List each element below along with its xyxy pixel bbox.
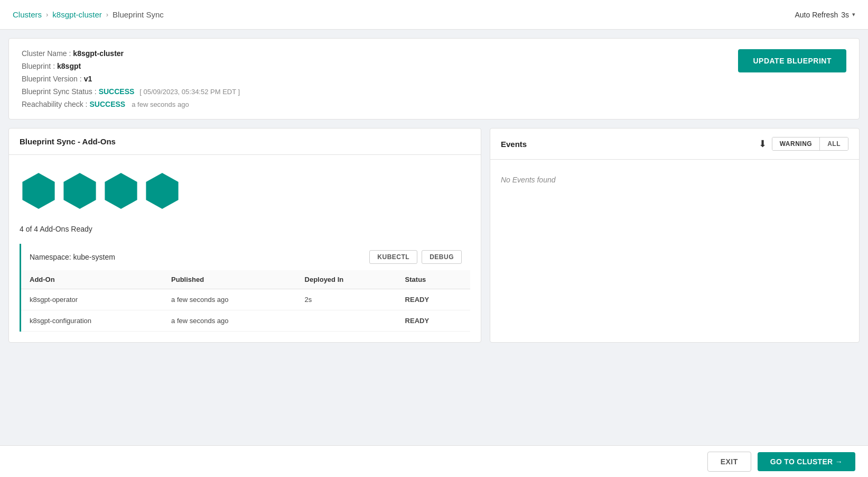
events-header: Events ⬇ WARNING ALL <box>490 129 859 160</box>
col-addon: Add-On <box>21 270 163 289</box>
addon-deployed-in <box>296 310 397 332</box>
blueprint-version-value: v1 <box>84 75 92 83</box>
update-blueprint-button[interactable]: UPDATE BLUEPRINT <box>738 49 846 72</box>
namespace-header: Namespace: kube-system KUBECTL DEBUG <box>21 244 470 270</box>
hex-3 <box>102 172 140 210</box>
cluster-name-value: k8sgpt-cluster <box>73 49 124 58</box>
info-fields: Cluster Name : k8sgpt-cluster Blueprint … <box>22 49 240 108</box>
top-bar: Clusters › k8sgpt-cluster › Blueprint Sy… <box>0 0 868 30</box>
namespace-title: Namespace: kube-system <box>30 253 115 261</box>
sync-panel-body: 4 of 4 Add-Ons Ready Namespace: kube-sys… <box>9 155 481 342</box>
blueprint-version-row: Blueprint Version : v1 <box>22 75 240 83</box>
filter-all-button[interactable]: ALL <box>820 137 848 150</box>
sync-status-value: SUCCESS <box>99 87 135 96</box>
auto-refresh-value: 3s <box>841 11 849 19</box>
auto-refresh-label: Auto Refresh <box>795 11 838 19</box>
cluster-name-label: Cluster Name : <box>22 49 71 58</box>
cluster-name-row: Cluster Name : k8sgpt-cluster <box>22 49 240 58</box>
table-row: k8sgpt-operator a few seconds ago 2s REA… <box>21 289 470 310</box>
hex-1 <box>20 172 58 210</box>
blueprint-label: Blueprint : <box>22 62 55 70</box>
info-card: Cluster Name : k8sgpt-cluster Blueprint … <box>8 38 860 120</box>
hex-shape-2 <box>62 173 98 209</box>
addon-deployed-in: 2s <box>296 289 397 310</box>
col-published: Published <box>163 270 296 289</box>
breadcrumb-page: Blueprint Sync <box>113 10 164 19</box>
addons-table: Add-On Published Deployed In Status k8sg… <box>21 270 470 332</box>
addon-status: READY <box>397 289 470 310</box>
sync-status-row: Blueprint Sync Status : SUCCESS [ 05/09/… <box>22 87 240 96</box>
hex-shape-4 <box>144 173 180 209</box>
addon-name: k8sgpt-operator <box>21 289 163 310</box>
download-icon[interactable]: ⬇ <box>759 138 767 150</box>
blueprint-value: k8sgpt <box>57 62 81 70</box>
filter-warning-button[interactable]: WARNING <box>772 137 820 150</box>
events-controls: ⬇ WARNING ALL <box>759 137 848 151</box>
hex-4 <box>143 172 181 210</box>
hex-2 <box>61 172 99 210</box>
blueprint-row: Blueprint : k8sgpt <box>22 62 240 70</box>
addon-published: a few seconds ago <box>163 289 296 310</box>
table-row: k8sgpt-configuration a few seconds ago R… <box>21 310 470 332</box>
breadcrumb-sep-1: › <box>46 11 48 19</box>
kubectl-button[interactable]: KUBECTL <box>369 250 417 264</box>
filter-buttons: WARNING ALL <box>772 137 848 151</box>
reachability-row: Reachability check : SUCCESS a few secon… <box>22 100 240 108</box>
addons-ready-text: 4 of 4 Add-Ons Ready <box>20 225 470 233</box>
addon-status: READY <box>397 310 470 332</box>
auto-refresh[interactable]: Auto Refresh 3s ▾ <box>795 11 855 19</box>
sync-status-label: Blueprint Sync Status : <box>22 87 97 96</box>
hex-shape-3 <box>103 173 139 209</box>
breadcrumb: Clusters › k8sgpt-cluster › Blueprint Sy… <box>13 10 164 19</box>
reachability-value: SUCCESS <box>90 100 126 108</box>
blueprint-version-label: Blueprint Version : <box>22 75 82 83</box>
sync-panel-title: Blueprint Sync - Add-Ons <box>9 129 481 155</box>
events-body: No Events found <box>490 160 859 318</box>
breadcrumb-cluster-name[interactable]: k8sgpt-cluster <box>52 10 101 19</box>
sync-timestamp: [ 05/09/2023, 05:34:52 PM EDT ] <box>139 88 240 96</box>
reachability-label: Reachability check : <box>22 100 88 108</box>
events-panel: Events ⬇ WARNING ALL No Events found <box>490 128 860 343</box>
no-events-text: No Events found <box>501 170 848 189</box>
breadcrumb-clusters[interactable]: Clusters <box>13 10 42 19</box>
events-title: Events <box>501 140 527 149</box>
addon-published: a few seconds ago <box>163 310 296 332</box>
debug-button[interactable]: DEBUG <box>422 250 462 264</box>
namespace-actions: KUBECTL DEBUG <box>369 250 462 264</box>
table-header-row: Add-On Published Deployed In Status <box>21 270 470 289</box>
addon-name: k8sgpt-configuration <box>21 310 163 332</box>
breadcrumb-sep-2: › <box>106 11 108 19</box>
namespace-section: Namespace: kube-system KUBECTL DEBUG Add… <box>20 244 470 332</box>
col-deployed-in: Deployed In <box>296 270 397 289</box>
footer-bar: EXIT GO TO CLUSTER → <box>0 445 868 477</box>
col-status: Status <box>397 270 470 289</box>
main-content: Blueprint Sync - Add-Ons 4 of 4 Add-Ons … <box>8 128 860 343</box>
hex-shape-1 <box>21 173 57 209</box>
chevron-down-icon[interactable]: ▾ <box>852 11 855 18</box>
go-to-cluster-button[interactable]: GO TO CLUSTER → <box>758 452 855 471</box>
exit-button[interactable]: EXIT <box>707 452 751 472</box>
reachability-time-ago: a few seconds ago <box>132 100 189 108</box>
hexagons-row <box>20 166 470 216</box>
sync-panel: Blueprint Sync - Add-Ons 4 of 4 Add-Ons … <box>8 128 481 343</box>
